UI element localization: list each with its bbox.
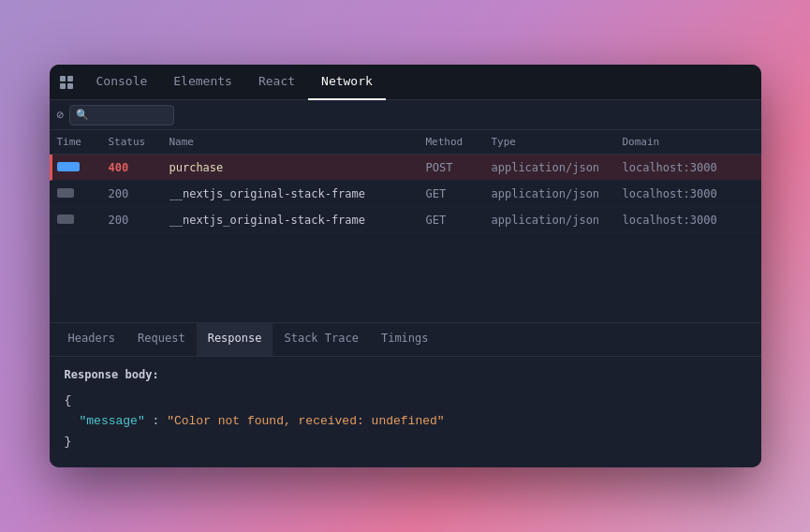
code-key: "message" [80,414,145,428]
code-colon: : [153,414,168,428]
tab-stack-trace[interactable]: Stack Trace [272,322,369,356]
cell-status: 200 [109,187,169,200]
devtools-window: Console Elements React Network ⊘ 🔍 purch… [50,65,761,467]
cell-method: POST [426,161,492,174]
col-type: Type [492,136,623,148]
cell-domain: localhost:3000 [623,214,754,227]
tab-request[interactable]: Request [126,322,197,356]
svg-rect-3 [67,83,73,89]
col-domain: Domain [623,136,754,148]
table-row[interactable]: 200 __nextjs_original-stack-frame GET ap… [50,207,761,233]
table-empty-space [50,233,761,322]
response-panel: Response body: { "message" : "Color not … [50,357,761,468]
tab-network[interactable]: Network [308,65,386,100]
devtools-icon [57,73,76,92]
top-tab-bar: Console Elements React Network [50,65,761,100]
svg-rect-1 [67,76,73,81]
cell-name: purchase [169,161,426,174]
search-box[interactable]: 🔍 purcha [69,105,174,126]
table-row[interactable]: 200 __nextjs_original-stack-frame GET ap… [50,181,761,207]
cell-time [57,214,109,227]
response-code: { "message" : "Color not found, received… [65,391,746,452]
tab-console[interactable]: Console [83,65,161,100]
tab-timings[interactable]: Timings [370,322,440,356]
brace-close: } [65,435,72,449]
filter-bar: ⊘ 🔍 purcha [50,100,761,130]
col-status: Status [109,136,169,148]
cell-status: 400 [109,161,169,174]
code-line-close: } [65,432,746,452]
cell-type: application/json [492,214,623,227]
table-row[interactable]: 400 purchase POST application/json local… [50,155,761,181]
response-label: Response body: [65,368,746,381]
col-name: Name [169,136,426,148]
cell-status: 200 [109,214,169,227]
col-time: Time [57,136,109,148]
svg-rect-2 [60,83,66,89]
cell-type: application/json [492,187,623,200]
network-table: Time Status Name Method Type Domain 400 … [50,130,761,233]
cell-type: application/json [492,161,623,174]
bottom-tab-bar: Headers Request Response Stack Trace Tim… [50,323,761,357]
brace-open: { [65,393,72,407]
search-icon: 🔍 [76,109,89,121]
cell-time [57,187,109,200]
cell-method: GET [426,214,492,227]
table-header: Time Status Name Method Type Domain [50,130,761,155]
svg-rect-0 [60,76,66,81]
tab-headers[interactable]: Headers [57,322,127,356]
filter-icon: ⊘ [57,108,65,122]
search-input[interactable]: purcha [93,109,168,122]
cell-domain: localhost:3000 [623,187,754,200]
cell-name: __nextjs_original-stack-frame [169,214,426,227]
cell-time [57,161,109,174]
tab-response[interactable]: Response [197,322,273,356]
cell-name: __nextjs_original-stack-frame [169,187,426,200]
tab-react[interactable]: React [245,65,308,100]
cell-domain: localhost:3000 [623,161,754,174]
tab-elements[interactable]: Elements [160,65,245,100]
code-line-message: "message" : "Color not found, received: … [65,411,746,432]
code-value: "Color not found, received: undefined" [167,414,444,428]
cell-method: GET [426,187,492,200]
col-method: Method [426,136,492,148]
code-line-open: { [65,391,746,411]
